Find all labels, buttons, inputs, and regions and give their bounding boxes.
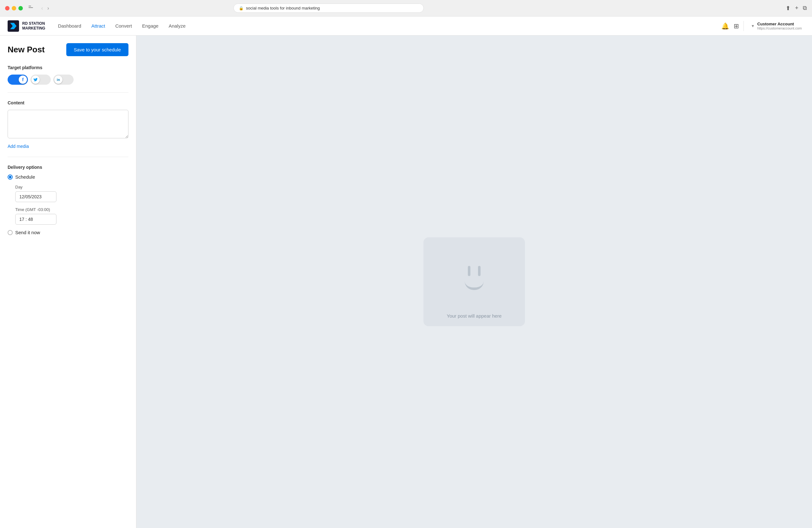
time-label: Time (GMT -03:00) (15, 207, 129, 212)
browser-actions: ⬆ + ⧉ (786, 5, 807, 12)
page-title: New Post (8, 45, 45, 55)
content-label: Content (8, 100, 129, 105)
send-now-radio[interactable] (8, 230, 13, 235)
dropdown-arrow-left: ▼ (751, 24, 755, 28)
linkedin-toggle-knob: in (54, 75, 62, 84)
account-name: Customer Account (757, 22, 802, 26)
logo-svg (9, 22, 18, 30)
share-button[interactable]: ⬆ (786, 5, 791, 12)
preview-text: Your post will appear here (447, 313, 502, 318)
right-panel: Your post will appear here (136, 35, 812, 528)
account-dropdown[interactable]: ▼ Customer Account https://customeraccou… (748, 20, 804, 31)
account-info: Customer Account https://customeraccount… (757, 22, 802, 30)
lock-icon: 🔒 (239, 6, 244, 11)
sidebar-toggle[interactable] (29, 6, 35, 11)
address-text: social media tools for inbound marketing (246, 6, 320, 11)
notifications-button[interactable]: 🔔 (721, 22, 729, 30)
target-platforms-section: Target platforms f in (8, 65, 129, 92)
target-platforms-label: Target platforms (8, 65, 129, 70)
schedule-radio[interactable] (8, 174, 13, 180)
logo-icon (8, 20, 19, 32)
schedule-label: Schedule (15, 174, 35, 180)
linkedin-toggle[interactable]: in (53, 74, 74, 85)
content-textarea[interactable] (8, 110, 129, 138)
page-content: New Post Save to your schedule Target pl… (0, 35, 812, 528)
nav-link-attract[interactable]: Attract (91, 22, 105, 30)
nav-link-dashboard[interactable]: Dashboard (58, 22, 81, 30)
forward-button[interactable]: › (46, 5, 50, 12)
schedule-fields: Day Time (GMT -03:00) (15, 185, 129, 225)
browser-nav-arrows: ‹ › (40, 5, 50, 12)
new-tab-button[interactable]: + (795, 5, 798, 12)
nav-link-convert[interactable]: Convert (115, 22, 132, 30)
apps-grid-button[interactable]: ⊞ (734, 22, 739, 30)
logo: RD STATION MARKETING (8, 20, 45, 32)
back-button[interactable]: ‹ (40, 5, 44, 12)
preview-card: Your post will appear here (423, 237, 525, 326)
facebook-toggle[interactable]: f (8, 74, 28, 85)
nav-links: Dashboard Attract Convert Engage Analyze (58, 22, 722, 30)
nav-actions: 🔔 ⊞ ▼ Customer Account https://customera… (721, 20, 804, 31)
page-header: New Post Save to your schedule (8, 43, 129, 56)
nav-link-analyze[interactable]: Analyze (169, 22, 186, 30)
facebook-toggle-knob: f (19, 75, 27, 84)
day-label: Day (15, 185, 129, 189)
save-schedule-button[interactable]: Save to your schedule (66, 43, 129, 56)
nav-divider (743, 21, 744, 31)
send-now-label: Send it now (15, 230, 40, 235)
delivery-section: Delivery options Schedule Day Time (GMT … (8, 165, 129, 235)
account-url: https://customeraccount.com (757, 26, 802, 30)
address-bar[interactable]: 🔒 social media tools for inbound marketi… (233, 3, 424, 13)
day-input[interactable] (15, 191, 56, 202)
left-panel: New Post Save to your schedule Target pl… (0, 35, 136, 528)
logo-text: RD STATION MARKETING (22, 21, 45, 30)
preview-icon-area (465, 237, 484, 313)
schedule-option[interactable]: Schedule (8, 174, 129, 180)
traffic-lights (5, 6, 23, 11)
smiley-eyes (465, 261, 484, 276)
smiley-face (465, 261, 484, 290)
twitter-toggle-knob (31, 75, 40, 84)
send-now-option[interactable]: Send it now (8, 230, 129, 235)
tab-overview-button[interactable]: ⧉ (803, 5, 807, 12)
close-button[interactable] (5, 6, 10, 11)
nav-link-engage[interactable]: Engage (142, 22, 159, 30)
add-media-button[interactable]: Add media (8, 144, 29, 149)
content-section: Content Add media (8, 100, 129, 157)
time-input[interactable] (15, 214, 56, 225)
smiley-mouth (465, 281, 484, 290)
app-nav: RD STATION MARKETING Dashboard Attract C… (0, 16, 812, 35)
smiley-eye-right (478, 266, 480, 276)
platform-toggles: f in (8, 74, 129, 85)
smiley-eye-left (468, 266, 470, 276)
browser-chrome: ‹ › 🔒 social media tools for inbound mar… (0, 0, 812, 16)
maximize-button[interactable] (18, 6, 23, 11)
delivery-options-label: Delivery options (8, 165, 129, 170)
minimize-button[interactable] (12, 6, 16, 11)
twitter-toggle[interactable] (30, 74, 51, 85)
